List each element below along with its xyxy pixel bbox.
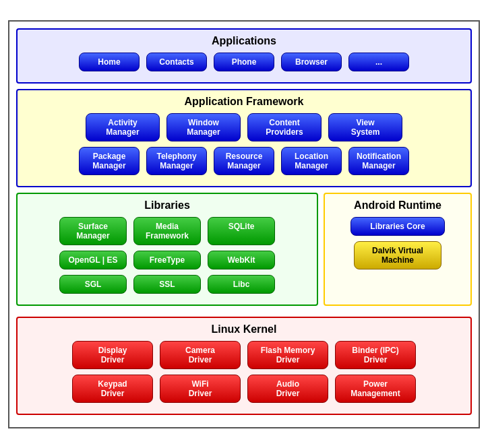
btn-wifi-driver[interactable]: WiFiDriver [160,375,241,403]
libraries-title: Libraries [23,199,311,212]
btn-location-manager[interactable]: LocationManager [281,147,342,175]
btn-activity-manager[interactable]: ActivityManager [86,113,160,141]
runtime-row2: Dalvik VirtualMachine [330,241,465,269]
applications-title: Applications [23,35,465,47]
libraries-row1: SurfaceManager MediaFramework SQLite [23,217,311,245]
framework-row2: PackageManager TelephonyManager Resource… [23,147,465,175]
btn-libraries-core[interactable]: Libraries Core [350,217,445,236]
btn-browser[interactable]: Browser [281,53,342,71]
kernel-section: Linux Kernel DisplayDriver CameraDriver … [16,317,472,415]
btn-phone[interactable]: Phone [214,53,274,71]
btn-home[interactable]: Home [79,53,140,71]
btn-keypad-driver[interactable]: KeypadDriver [72,375,153,403]
btn-media-framework[interactable]: MediaFramework [133,217,201,245]
btn-freetype[interactable]: FreeType [133,251,201,269]
framework-section: Application Framework ActivityManager Wi… [16,89,472,187]
runtime-title: Android Runtime [330,199,465,212]
applications-section: Applications Home Contacts Phone Browser… [16,28,472,84]
btn-more[interactable]: ... [348,53,409,71]
btn-content-providers[interactable]: ContentProviders [247,113,322,141]
btn-package-manager[interactable]: PackageManager [79,147,140,175]
btn-audio-driver[interactable]: AudioDriver [247,375,328,403]
libraries-section: Libraries SurfaceManager MediaFramework … [16,193,318,306]
btn-camera-driver[interactable]: CameraDriver [160,341,241,369]
btn-flash-memory-driver[interactable]: Flash MemoryDriver [247,341,328,369]
runtime-section: Android Runtime Libraries Core Dalvik Vi… [324,193,472,306]
btn-sqlite[interactable]: SQLite [208,217,275,245]
btn-view-system[interactable]: ViewSystem [328,113,402,141]
btn-telephony-manager[interactable]: TelephonyManager [146,147,207,175]
btn-opengl[interactable]: OpenGL | ES [59,251,127,269]
btn-display-driver[interactable]: DisplayDriver [72,341,153,369]
btn-window-manager[interactable]: WindowManager [166,113,241,141]
btn-notification-manager[interactable]: NotificationManager [348,147,409,175]
android-architecture-diagram: Applications Home Contacts Phone Browser… [8,20,480,428]
applications-buttons: Home Contacts Phone Browser ... [23,53,465,71]
btn-resource-manager[interactable]: ResourceManager [214,147,274,175]
btn-ssl[interactable]: SSL [133,275,201,294]
libraries-row2: OpenGL | ES FreeType WebKit [23,251,311,269]
btn-dalvik-vm[interactable]: Dalvik VirtualMachine [354,241,441,269]
middle-row: Libraries SurfaceManager MediaFramework … [16,193,472,311]
framework-title: Application Framework [23,96,465,108]
btn-libc[interactable]: Libc [208,275,275,294]
framework-row1: ActivityManager WindowManager ContentPro… [23,113,465,141]
btn-contacts[interactable]: Contacts [146,53,207,71]
btn-sgl[interactable]: SGL [59,275,127,294]
btn-binder-driver[interactable]: Binder (IPC)Driver [335,341,416,369]
btn-power-management[interactable]: PowerManagement [335,375,416,403]
kernel-title: Linux Kernel [23,323,465,335]
btn-webkit[interactable]: WebKit [208,251,275,269]
kernel-row2: KeypadDriver WiFiDriver AudioDriver Powe… [23,375,465,403]
libraries-row3: SGL SSL Libc [23,275,311,294]
kernel-row1: DisplayDriver CameraDriver Flash MemoryD… [23,341,465,369]
btn-surface-manager[interactable]: SurfaceManager [59,217,127,245]
runtime-row1: Libraries Core [330,217,465,236]
